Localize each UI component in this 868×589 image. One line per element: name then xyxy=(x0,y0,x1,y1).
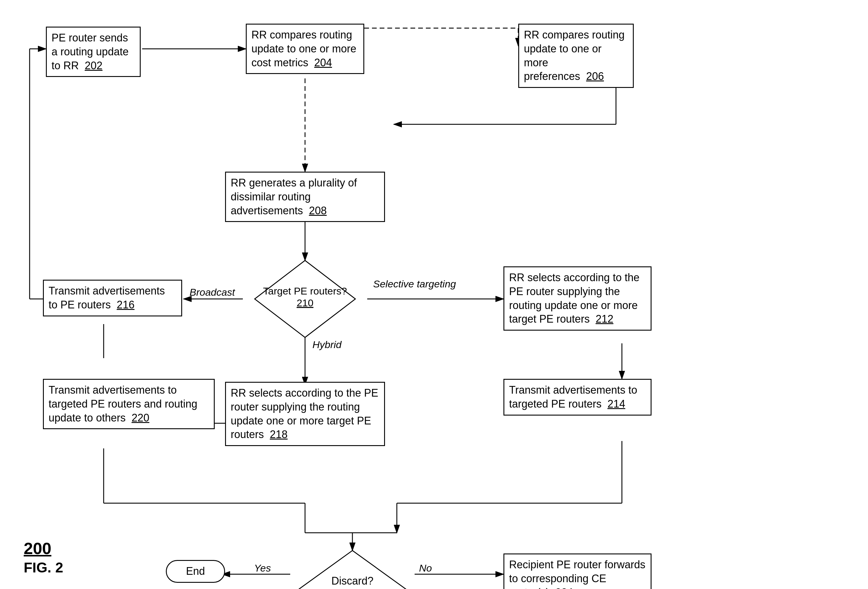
box-204-text: RR compares routing update to one or mor… xyxy=(251,29,356,69)
label-yes: Yes xyxy=(254,562,271,574)
box-218: RR selects according to the PE router su… xyxy=(225,382,385,446)
box-204-ref: 204 xyxy=(314,56,332,69)
box-212-text: RR selects according to the PE router su… xyxy=(509,271,639,325)
box-220: Transmit advertisements to targeted PE r… xyxy=(43,379,215,429)
box-224: Recipient PE router forwards to correspo… xyxy=(503,554,651,589)
box-212: RR selects according to the PE router su… xyxy=(503,267,651,331)
box-208-text: RR generates a plurality of dissimilar r… xyxy=(231,177,357,216)
label-hybrid: Hybrid xyxy=(313,339,341,350)
box-224-text: Recipient PE router forwards to correspo… xyxy=(509,558,645,589)
box-224-ref: 224 xyxy=(555,586,573,589)
label-broadcast: Broadcast xyxy=(189,287,235,298)
box-202: PE router sends a routing update to RR 2… xyxy=(46,27,141,77)
box-208: RR generates a plurality of dissimilar r… xyxy=(225,172,385,222)
box-220-text: Transmit advertisements to targeted PE r… xyxy=(49,384,197,424)
box-214: Transmit advertisements to targeted PE r… xyxy=(503,379,651,415)
box-206-text: RR compares routing update to one or mor… xyxy=(524,29,624,82)
diamond-222: Discard? 222 xyxy=(296,548,409,589)
box-206: RR compares routing update to one or mor… xyxy=(518,24,634,88)
flowchart-diagram: PE router sends a routing update to RR 2… xyxy=(0,0,868,589)
diamond-210: Target PE routers? 210 xyxy=(252,258,358,340)
box-202-ref: 202 xyxy=(85,59,102,72)
label-selective-targeting: Selective targeting xyxy=(373,278,456,290)
svg-text:Discard?: Discard? xyxy=(331,575,373,587)
box-216-ref: 216 xyxy=(117,299,134,311)
box-204: RR compares routing update to one or mor… xyxy=(246,24,364,74)
end-text: End xyxy=(186,565,205,577)
svg-text:222: 222 xyxy=(344,588,361,589)
box-212-ref: 212 xyxy=(596,313,613,325)
figure-label: FIG. 2 xyxy=(24,560,63,576)
box-216: Transmit advertisements to PE routers 21… xyxy=(43,280,182,317)
svg-text:210: 210 xyxy=(297,297,314,308)
box-220-ref: 220 xyxy=(131,412,149,424)
box-216-text: Transmit advertisements to PE routers xyxy=(49,285,165,311)
box-end: End xyxy=(166,560,225,583)
box-206-ref: 206 xyxy=(586,70,604,82)
box-208-ref: 208 xyxy=(309,205,327,216)
figure-number: 200 xyxy=(24,539,51,558)
box-218-ref: 218 xyxy=(270,428,288,440)
box-218-text: RR selects according to the PE router su… xyxy=(231,387,378,440)
label-no: No xyxy=(419,562,432,574)
box-214-ref: 214 xyxy=(607,398,625,410)
svg-text:Target PE routers?: Target PE routers? xyxy=(263,285,347,297)
